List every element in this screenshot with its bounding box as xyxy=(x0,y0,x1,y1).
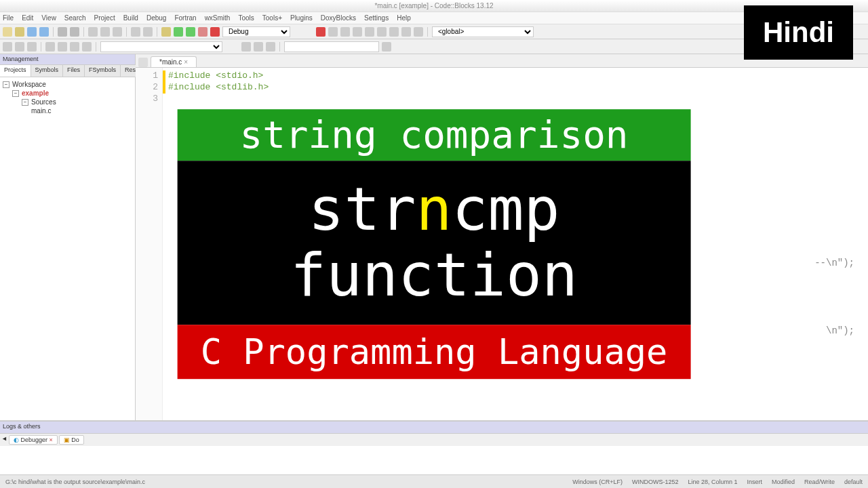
statusbar: G:\c hindi\what is the output source\exa… xyxy=(0,474,868,488)
menu-toolsplus[interactable]: Tools+ xyxy=(262,14,282,22)
change-marker xyxy=(163,82,165,94)
debug-stepinstr-icon[interactable] xyxy=(389,27,399,37)
build-run-icon[interactable] xyxy=(186,27,195,37)
menu-project[interactable]: Project xyxy=(94,14,115,22)
project-tree: − Workspace − example − Sources main.c xyxy=(0,77,135,474)
nav-fwd-icon[interactable] xyxy=(58,42,67,52)
build-icon[interactable] xyxy=(161,27,171,37)
build-target-dropdown[interactable]: Debug xyxy=(222,26,290,37)
menu-debug[interactable]: Debug xyxy=(146,14,166,22)
separator xyxy=(53,27,54,37)
save-all-icon[interactable] xyxy=(39,27,49,37)
rebuild-icon[interactable] xyxy=(198,27,208,37)
status-insert: Insert xyxy=(747,479,763,485)
separator xyxy=(279,42,280,52)
menu-help[interactable]: Help xyxy=(397,14,411,22)
tool-icon[interactable] xyxy=(241,42,251,52)
bottom-tabs: ◄ ◐ Debugger × ▣ Do xyxy=(0,434,868,446)
window-titlebar: *main.c [example] - Code::Blocks 13.12 xyxy=(0,0,868,12)
debug-run-cursor-icon[interactable] xyxy=(328,27,338,37)
function-dropdown[interactable] xyxy=(100,41,222,52)
menu-tools[interactable]: Tools xyxy=(238,14,254,22)
toolbar-row-1: Debug <global> xyxy=(0,24,868,39)
debug-next-icon[interactable] xyxy=(340,27,350,37)
menu-doxyblocks[interactable]: DoxyBlocks xyxy=(321,14,356,22)
expand-icon[interactable]: − xyxy=(3,81,9,88)
tab-debugger[interactable]: ◐ Debugger × xyxy=(9,435,58,445)
separator xyxy=(96,42,96,52)
tool-icon[interactable] xyxy=(15,42,24,52)
status-charset: WINDOWS-1252 xyxy=(632,479,679,485)
tool-icon[interactable] xyxy=(27,42,37,52)
tab-files[interactable]: Files xyxy=(63,65,85,77)
menu-search[interactable]: Search xyxy=(64,14,86,22)
status-profile: default xyxy=(844,479,863,485)
nav-left-icon[interactable]: ◄ xyxy=(1,435,7,445)
tab-fsymbols[interactable]: FSymbols xyxy=(85,65,121,77)
debug-break-icon[interactable] xyxy=(401,27,411,37)
editor-tab-mainc[interactable]: *main.c xyxy=(151,56,197,67)
tool-icon[interactable] xyxy=(3,42,12,52)
debug-step-icon[interactable] xyxy=(353,27,362,37)
menu-file[interactable]: File xyxy=(3,14,14,22)
expand-icon[interactable]: − xyxy=(22,99,28,106)
abort-icon[interactable] xyxy=(210,27,220,37)
window-title: *main.c [example] - Code::Blocks 13.12 xyxy=(374,2,493,9)
menubar: File Edit View Search Project Build Debu… xyxy=(0,12,868,24)
tool-icon[interactable] xyxy=(266,42,275,52)
replace-icon[interactable] xyxy=(143,27,153,37)
tab-symbols[interactable]: Symbols xyxy=(31,65,64,77)
tree-workspace[interactable]: − Workspace xyxy=(3,80,132,89)
menu-view[interactable]: View xyxy=(41,14,56,22)
paste-icon[interactable] xyxy=(113,27,122,37)
sidebar-header: Management xyxy=(0,54,135,65)
menu-settings[interactable]: Settings xyxy=(364,14,389,22)
code-fragment: \n"); xyxy=(826,325,854,336)
title-overlay: string comparison strncmp function C Pro… xyxy=(178,109,691,379)
expand-icon[interactable]: − xyxy=(12,90,19,97)
sidebar-tabs: Projects Symbols Files FSymbols Resource… xyxy=(0,65,135,77)
find-icon[interactable] xyxy=(131,27,140,37)
debug-stepout-icon[interactable] xyxy=(365,27,374,37)
save-icon[interactable] xyxy=(27,27,37,37)
tab-projects[interactable]: Projects xyxy=(0,65,31,77)
new-file-icon[interactable] xyxy=(3,27,12,37)
separator xyxy=(41,42,41,52)
search-icon[interactable] xyxy=(382,42,391,52)
nav-back-icon[interactable] xyxy=(45,42,55,52)
bottom-panel: Logs & others ◄ ◐ Debugger × ▣ Do xyxy=(0,420,868,474)
redo-icon[interactable] xyxy=(70,27,79,37)
tool-icon[interactable] xyxy=(82,42,92,52)
debug-start-icon[interactable] xyxy=(316,27,326,37)
tab-doxyblocks[interactable]: ▣ Do xyxy=(59,435,84,445)
menu-build[interactable]: Build xyxy=(123,14,138,22)
tree-project[interactable]: − example xyxy=(3,89,132,98)
copy-icon[interactable] xyxy=(100,27,110,37)
scope-dropdown[interactable]: <global> xyxy=(432,26,534,37)
debug-nextinstr-icon[interactable] xyxy=(377,27,387,37)
menu-fortran[interactable]: Fortran xyxy=(174,14,196,22)
menu-wxsmith[interactable]: wxSmith xyxy=(205,14,231,22)
menu-plugins[interactable]: Plugins xyxy=(290,14,313,22)
code-fragment: --\n"); xyxy=(814,258,854,268)
tool-icon[interactable] xyxy=(70,42,79,52)
menu-edit[interactable]: Edit xyxy=(22,14,33,22)
undo-icon[interactable] xyxy=(58,27,67,37)
open-file-icon[interactable] xyxy=(15,27,24,37)
overlay-subtitle: string comparison xyxy=(178,109,691,161)
tree-file-mainc[interactable]: main.c xyxy=(3,106,132,115)
status-readwrite: Read/Write xyxy=(804,479,835,485)
run-icon[interactable] xyxy=(174,27,183,37)
cut-icon[interactable] xyxy=(88,27,98,37)
tree-folder-sources[interactable]: − Sources xyxy=(3,98,132,106)
search-input[interactable] xyxy=(284,41,379,52)
separator xyxy=(157,27,157,37)
overlay-language: C Programming Language xyxy=(178,325,691,379)
logs-header: Logs & others xyxy=(0,422,868,434)
tool-icon[interactable] xyxy=(254,42,263,52)
overlay-title: strncmp function xyxy=(178,161,691,325)
tab-nav-prev-icon[interactable] xyxy=(138,58,148,67)
change-marker xyxy=(163,70,165,82)
toolbar-row-2 xyxy=(0,39,868,54)
debug-stop-icon[interactable] xyxy=(414,27,423,37)
